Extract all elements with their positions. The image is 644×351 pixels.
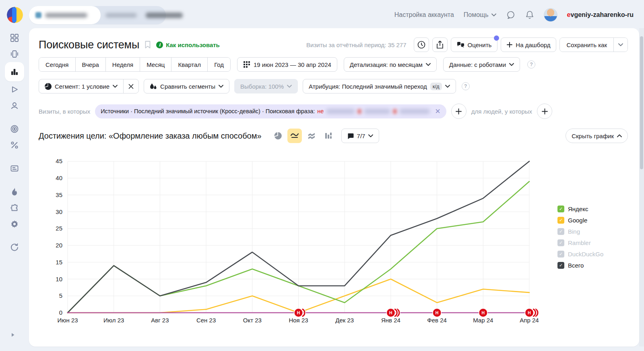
period-yesterday[interactable]: Вчера xyxy=(75,58,105,71)
user-avatar[interactable] xyxy=(544,8,557,22)
publishers-card-icon[interactable] xyxy=(5,160,24,177)
visitors-user-icon[interactable] xyxy=(5,98,24,114)
compare-segments-select[interactable]: Сравнить сегменты xyxy=(144,79,229,93)
save-as-dropdown[interactable] xyxy=(613,38,627,52)
dashboard-grid-icon[interactable] xyxy=(5,30,24,46)
chart-type-line-icon[interactable] xyxy=(287,129,302,143)
scrollbar-thumb[interactable] xyxy=(640,36,643,169)
period-week[interactable]: Неделя xyxy=(105,58,140,71)
goal-bubble-icon xyxy=(347,133,354,139)
bookmark-icon[interactable] xyxy=(144,40,151,49)
svg-text:Ноя 23: Ноя 23 xyxy=(289,317,308,324)
legend-item-Rambler[interactable]: ✓Rambler xyxy=(557,239,603,246)
sidebar-expand-arrow-icon[interactable] xyxy=(11,332,15,337)
sampling-select[interactable]: Выборка: 100% xyxy=(234,79,298,93)
hide-chart-button[interactable]: Скрыть график xyxy=(566,129,628,143)
blurred-comma xyxy=(393,109,397,114)
save-as-split-button: Сохранить как xyxy=(559,37,628,52)
feedback-chat-icon[interactable] xyxy=(506,10,516,20)
chevron-down-icon xyxy=(491,13,496,17)
svg-text:Н: Н xyxy=(528,310,531,315)
blurred-counter-name xyxy=(45,13,87,18)
chevron-down-icon xyxy=(426,63,431,66)
help-menu[interactable]: Помощь xyxy=(464,11,496,19)
legend-item-Bing[interactable]: ✓Bing xyxy=(557,228,603,235)
scrollbar-track[interactable] xyxy=(639,28,644,347)
note-marker[interactable]: Н xyxy=(294,308,305,318)
data-mode-select[interactable]: Данные: с роботами xyxy=(443,57,520,72)
add-people-condition-button[interactable] xyxy=(537,104,552,119)
legend-item-Всего[interactable]: ✓Всего xyxy=(557,262,603,269)
chart-area: 051015202530354045Июн 23Июл 23Авг 23Сен … xyxy=(39,153,630,334)
detalization-select[interactable]: Детализация: по месяцам xyxy=(344,57,437,72)
how-to-use-link[interactable]: i Как использовать xyxy=(156,42,220,48)
note-marker[interactable]: Н xyxy=(386,308,399,318)
legend-item-DuckDuckGo[interactable]: ✓DuckDuckGo xyxy=(557,251,603,258)
svg-text:35: 35 xyxy=(56,191,62,198)
chart-type-stacked-icon[interactable] xyxy=(304,129,319,143)
export-share-button[interactable] xyxy=(432,37,448,52)
legend-label: Rambler xyxy=(568,239,591,246)
reports-bar-chart-icon[interactable] xyxy=(5,62,24,81)
period-quarter[interactable]: Квартал xyxy=(171,58,207,71)
history-icon[interactable] xyxy=(5,239,24,255)
attribution-select[interactable]: Атрибуция: Последний значимый переход к/… xyxy=(303,79,456,93)
account-settings-link[interactable]: Настройка аккаунта xyxy=(394,11,454,19)
percent-icon[interactable] xyxy=(5,137,24,153)
left-sidebar xyxy=(0,30,29,351)
legend-checkbox[interactable]: ✓ xyxy=(557,217,564,224)
note-marker[interactable]: Н xyxy=(479,308,488,318)
svg-text:45: 45 xyxy=(56,158,62,164)
settings-gear-icon[interactable] xyxy=(5,216,24,232)
notifications-bell-icon[interactable] xyxy=(525,10,534,20)
goals-selector-button[interactable]: 7/7 xyxy=(341,129,380,143)
chevron-down-icon xyxy=(368,134,373,137)
svg-text:30: 30 xyxy=(56,208,62,215)
period-today[interactable]: Сегодня xyxy=(39,58,75,71)
help-question-icon[interactable]: ? xyxy=(527,60,535,69)
help-question-icon[interactable]: ? xyxy=(462,82,470,90)
counter-selector[interactable] xyxy=(29,6,166,24)
legend-item-Яндекс[interactable]: ✓Яндекс xyxy=(557,206,603,212)
share-export-icon xyxy=(436,40,444,49)
legend-checkbox[interactable]: ✓ xyxy=(557,239,564,246)
period-preset-group: Сегодня Вчера Неделя Месяц Квартал Год xyxy=(39,57,231,72)
segment-select[interactable]: Сегмент: 1 условие xyxy=(39,79,139,93)
segment-clear-button[interactable] xyxy=(123,79,138,93)
legend-checkbox[interactable]: ✓ xyxy=(557,206,564,212)
date-range-button[interactable]: 19 июн 2023 — 30 апр 2024 xyxy=(237,57,337,72)
heatmap-flame-icon[interactable] xyxy=(5,184,24,200)
add-to-dashboard-button[interactable]: На дашборд xyxy=(501,37,556,52)
period-month[interactable]: Месяц xyxy=(140,58,171,71)
segment-condition-chip[interactable]: Источники · Последний значимый источник … xyxy=(95,104,446,118)
svg-text:Авг 23: Авг 23 xyxy=(151,317,169,324)
devices-icon[interactable] xyxy=(5,46,24,62)
chart-type-columns-icon[interactable] xyxy=(321,129,336,143)
blurred-counter-id xyxy=(105,13,137,18)
report-history-button[interactable] xyxy=(414,37,429,52)
period-year[interactable]: Год xyxy=(207,58,230,71)
webvisor-play-icon[interactable] xyxy=(5,81,24,98)
save-as-button[interactable]: Сохранить как xyxy=(560,38,613,52)
chip-close-icon[interactable]: ✕ xyxy=(435,107,440,116)
legend-checkbox[interactable]: ✓ xyxy=(557,251,564,258)
username[interactable]: evgeniy-zaharenko-ru xyxy=(567,11,634,19)
note-marker[interactable]: Н xyxy=(525,308,538,318)
metrica-logo-icon[interactable] xyxy=(7,7,23,23)
integrations-puzzle-icon[interactable] xyxy=(5,200,24,216)
rate-button[interactable]: Оценить xyxy=(451,37,498,52)
svg-text:Н: Н xyxy=(482,310,485,315)
legend-item-Google[interactable]: ✓Google xyxy=(557,217,603,224)
blurred-comma xyxy=(357,109,361,114)
legend-checkbox[interactable]: ✓ xyxy=(557,228,564,235)
chart-title: Достижения цели: «Оформление заказа любы… xyxy=(39,131,262,141)
legend-checkbox[interactable]: ✓ xyxy=(557,262,564,269)
chart-type-pie-icon[interactable] xyxy=(270,129,285,143)
goals-target-icon[interactable] xyxy=(5,121,24,137)
note-marker[interactable]: Н xyxy=(432,308,442,318)
chevron-down-icon xyxy=(219,85,223,88)
top-bar: Настройка аккаунта Помощь evgeniy-zahare… xyxy=(0,0,644,30)
plus-icon xyxy=(507,42,512,48)
feedback-bubbles-icon xyxy=(457,42,464,48)
add-visit-condition-button[interactable] xyxy=(451,104,466,119)
